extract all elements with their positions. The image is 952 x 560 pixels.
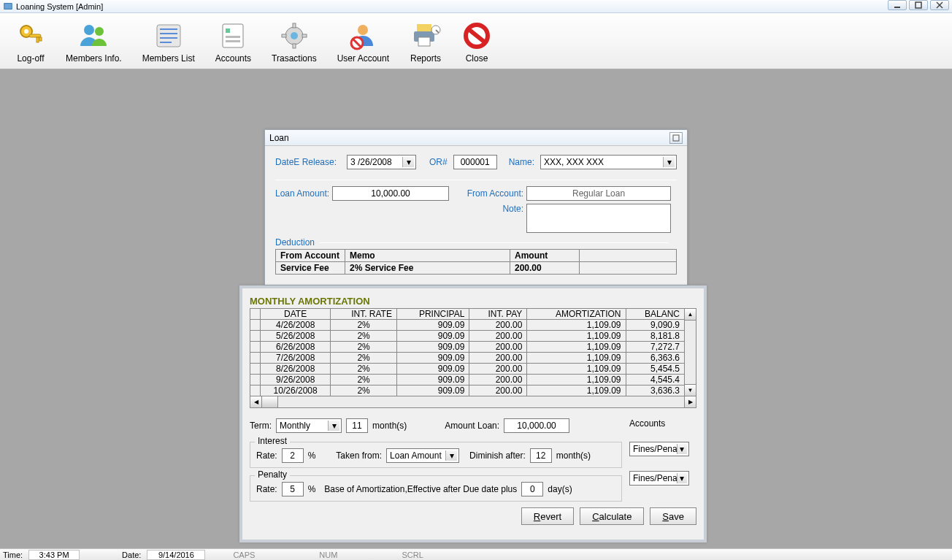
diminish-label: Diminish after: <box>469 450 526 461</box>
penalty-days-input[interactable] <box>521 482 543 496</box>
table-row[interactable]: 7/26/20082%909.09200.001,109.096,363.6 <box>250 353 685 364</box>
table-row[interactable]: 10/26/20082%909.09200.001,109.093,636.3 <box>250 386 685 396</box>
interest-pct: % <box>308 450 316 461</box>
taken-from-input[interactable]: Loan Amount ▾ <box>386 448 459 463</box>
interest-rate-label: Rate: <box>256 450 277 461</box>
penalty-pct: % <box>308 484 316 494</box>
penalty-rate-input[interactable] <box>282 482 304 496</box>
tool-accounts[interactable]: Accounts <box>205 13 261 69</box>
tool-close[interactable]: Close <box>452 13 502 69</box>
account2-value: Fines/Penalt <box>633 473 677 483</box>
penalty-rate-label: Rate: <box>256 484 277 494</box>
term-mode-input[interactable]: Monthly ▾ <box>276 418 342 433</box>
svg-rect-12 <box>157 25 180 47</box>
note-input[interactable] <box>526 204 671 233</box>
diminish-input[interactable] <box>530 448 552 463</box>
penalty-legend: Penalty <box>255 469 290 480</box>
status-bar: Time: 3:43 PM Date: 9/14/2016 CAPS NUM S… <box>0 548 952 560</box>
forbid-icon <box>462 18 491 53</box>
loan-window-title: Loan <box>269 133 289 143</box>
table-row[interactable]: 5/26/20082%909.09200.001,109.098,181.8 <box>250 331 685 342</box>
tool-label: Close <box>466 53 488 64</box>
svg-point-27 <box>358 25 368 35</box>
interest-legend: Interest <box>255 436 290 446</box>
table-row[interactable]: 4/26/20082%909.09200.001,109.099,090.9 <box>250 320 685 331</box>
window-close-button[interactable] <box>930 0 949 10</box>
chevron-down-icon: ▾ <box>677 473 687 483</box>
term-count-input[interactable] <box>346 418 368 433</box>
svg-rect-37 <box>673 135 679 141</box>
name-input[interactable]: XXX, XXX XXX ▾ <box>540 155 677 169</box>
main-toolbar: Log-off Members Info. Members List Accou… <box>0 13 952 69</box>
from-account-label: From Account: <box>461 188 523 199</box>
tool-members-list[interactable]: Members List <box>132 13 205 69</box>
svg-rect-7 <box>29 34 41 37</box>
account2-input[interactable]: Fines/Penalt ▾ <box>629 471 689 486</box>
or-input[interactable] <box>453 155 497 169</box>
amount-loan-input[interactable] <box>504 418 569 433</box>
table-row[interactable]: 8/26/20082%909.09200.001,109.095,454.5 <box>250 364 685 375</box>
people-icon <box>77 18 110 53</box>
deduction-amount: 200.00 <box>510 262 580 275</box>
tool-reports[interactable]: Reports <box>399 13 452 69</box>
tool-label: Reports <box>410 53 441 64</box>
revert-button[interactable]: Revert <box>521 507 574 525</box>
note-label: Note: <box>461 204 523 214</box>
svg-rect-8 <box>37 37 39 42</box>
tool-transactions[interactable]: Trasactions <box>261 13 327 69</box>
printer-icon <box>410 18 442 53</box>
chevron-down-icon: ▾ <box>445 450 457 461</box>
svg-rect-14 <box>160 33 177 34</box>
loan-amount-label: Loan Amount: <box>275 188 329 199</box>
window-maximize-button[interactable] <box>909 0 928 10</box>
save-button[interactable]: Save <box>650 507 696 525</box>
amort-vscroll[interactable]: ▲ ▼ <box>685 308 696 396</box>
tool-members-info[interactable]: Members Info. <box>55 13 132 69</box>
tool-user-account[interactable]: User Account <box>327 13 399 69</box>
svg-rect-30 <box>417 24 431 31</box>
deduction-from: Service Fee <box>276 262 345 275</box>
interest-rate-input[interactable] <box>282 448 304 463</box>
svg-point-11 <box>95 27 104 36</box>
calculate-button[interactable]: Calculate <box>580 507 644 525</box>
loan-amount-input[interactable] <box>332 186 449 201</box>
date-release-input[interactable]: 3 /26/2008 ▾ <box>347 155 416 169</box>
svg-rect-19 <box>226 36 240 38</box>
term-mode-value: Monthly <box>280 421 310 431</box>
table-row[interactable]: Service Fee 2% Service Fee 200.00 <box>276 262 677 275</box>
svg-rect-2 <box>915 2 921 8</box>
scroll-right-icon: ▶ <box>684 396 696 407</box>
svg-rect-13 <box>160 28 177 30</box>
name-value: XXX, XXX XXX <box>544 157 604 167</box>
gear-icon <box>280 18 309 53</box>
deduction-col-amount: Amount <box>510 250 580 262</box>
amort-hscroll[interactable]: ◀ ▶ <box>250 396 696 408</box>
scroll-left-icon: ◀ <box>250 396 262 407</box>
window-minimize-button[interactable] <box>888 0 907 10</box>
table-row[interactable]: 9/26/20082%909.09200.001,109.094,545.4 <box>250 375 685 386</box>
status-date-label: Date: <box>122 551 141 559</box>
chevron-down-icon: ▾ <box>663 157 675 167</box>
user-icon <box>348 18 377 53</box>
interest-fieldset: Interest Rate: % Taken from: Loan Amount… <box>250 442 622 468</box>
tool-log-off[interactable]: Log-off <box>6 13 55 69</box>
from-account-input[interactable] <box>526 186 671 201</box>
account1-value: Fines/Penalt <box>633 444 677 454</box>
svg-point-6 <box>24 29 28 34</box>
account1-input[interactable]: Fines/Penalt ▾ <box>629 442 689 456</box>
penalty-base-text: Base of Amortization,Effective after Due… <box>324 484 517 494</box>
svg-rect-18 <box>226 28 230 33</box>
name-label: Name: <box>509 157 534 167</box>
svg-rect-25 <box>282 34 286 37</box>
loan-window-close-button[interactable] <box>669 132 683 144</box>
chevron-down-icon: ▾ <box>677 444 687 454</box>
svg-rect-15 <box>160 37 177 39</box>
table-row[interactable]: 6/26/20082%909.09200.001,109.097,272.7 <box>250 342 685 353</box>
accounts-label: Accounts <box>629 418 696 429</box>
list-icon <box>154 18 183 53</box>
chevron-down-icon: ▾ <box>402 157 414 167</box>
amount-loan-label: Amount Loan: <box>445 421 499 431</box>
tool-label: Trasactions <box>272 53 317 64</box>
amortization-title: MONTHLY AMORTIZATION <box>250 296 696 307</box>
col-rate: INT. RATE <box>331 309 397 320</box>
